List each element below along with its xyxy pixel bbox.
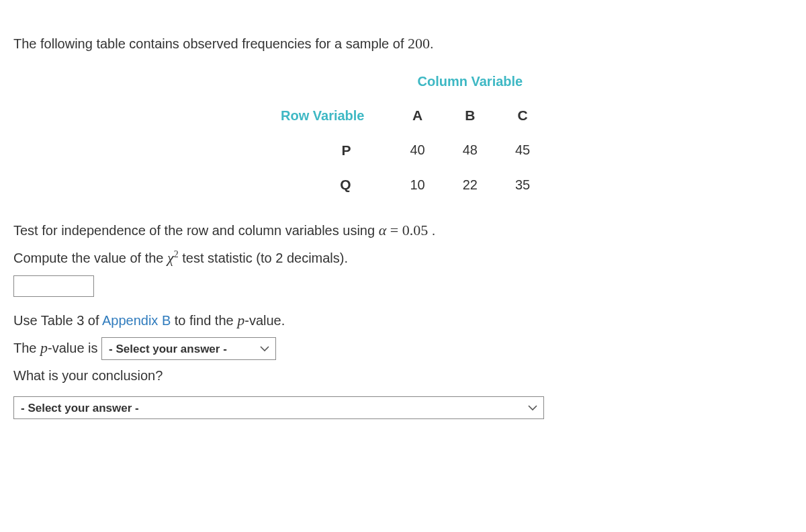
appendix-b-link[interactable]: Appendix B bbox=[102, 313, 171, 328]
row-variable-header: Row Variable bbox=[262, 98, 392, 133]
p-value-select-label: - Select your answer - bbox=[109, 341, 227, 358]
table-blank bbox=[262, 64, 392, 98]
intro-prefix: The following table contains observed fr… bbox=[13, 36, 408, 51]
table-row: Q 10 22 35 bbox=[262, 167, 549, 202]
chi-square-input[interactable] bbox=[13, 275, 94, 297]
q1-eq: = bbox=[386, 222, 402, 238]
q2-prefix: Compute the value of the bbox=[13, 251, 167, 265]
column-variable-header: Column Variable bbox=[392, 64, 549, 98]
cell-p-c: 45 bbox=[496, 133, 549, 168]
chi-square-symbol: χ2 bbox=[167, 249, 179, 266]
intro-sample-size: 200 bbox=[408, 35, 430, 52]
chi-square-prompt: Compute the value of the χ2 test statist… bbox=[13, 247, 793, 269]
independence-test-text: Test for independence of the row and col… bbox=[13, 219, 793, 241]
intro-suffix: . bbox=[430, 36, 434, 51]
conclusion-select-label: - Select your answer - bbox=[21, 400, 139, 417]
q4-suffix: -value is bbox=[48, 341, 97, 355]
frequency-table: Column Variable Row Variable A B C P 40 … bbox=[262, 64, 549, 202]
intro-text: The following table contains observed fr… bbox=[13, 32, 793, 54]
q1-prefix: Test for independence of the row and col… bbox=[13, 223, 379, 238]
q3-mid: to find the bbox=[171, 313, 237, 328]
row-header-q: Q bbox=[262, 167, 392, 202]
q4-prefix: The bbox=[13, 341, 40, 355]
chi-exponent: 2 bbox=[174, 249, 179, 259]
appendix-prompt: Use Table 3 of Appendix B to find the p-… bbox=[13, 309, 793, 331]
table-row: P 40 48 45 bbox=[262, 133, 549, 168]
table-row: Column Variable bbox=[262, 64, 549, 98]
p-var: p bbox=[237, 312, 244, 328]
chevron-down-icon bbox=[527, 402, 538, 413]
q1-suffix: . bbox=[428, 223, 435, 238]
p-value-select[interactable]: - Select your answer - bbox=[101, 337, 276, 360]
p-var-2: p bbox=[40, 339, 48, 356]
conclusion-select[interactable]: - Select your answer - bbox=[13, 396, 544, 419]
conclusion-prompt: What is your conclusion? bbox=[13, 365, 793, 386]
col-header-c: C bbox=[496, 98, 549, 133]
row-header-p: P bbox=[262, 133, 392, 168]
chi-base: χ bbox=[167, 249, 174, 266]
col-header-b: B bbox=[444, 98, 496, 133]
p-value-line: The p-value is - Select your answer - bbox=[13, 337, 793, 361]
table-row: Row Variable A B C bbox=[262, 98, 549, 133]
cell-p-a: 40 bbox=[392, 133, 444, 168]
alpha-value: 0.05 bbox=[402, 222, 429, 238]
cell-q-b: 22 bbox=[444, 167, 496, 202]
alpha-symbol: α bbox=[379, 222, 387, 238]
q2-suffix: test statistic (to 2 decimals). bbox=[179, 251, 348, 265]
cell-q-a: 10 bbox=[392, 167, 444, 202]
q3-suffix: -value. bbox=[244, 313, 285, 328]
cell-p-b: 48 bbox=[444, 133, 496, 168]
col-header-a: A bbox=[392, 98, 444, 133]
cell-q-c: 35 bbox=[496, 167, 549, 202]
q3-prefix: Use Table 3 of bbox=[13, 313, 102, 328]
question-page: The following table contains observed fr… bbox=[0, 0, 806, 433]
chevron-down-icon bbox=[259, 343, 270, 354]
